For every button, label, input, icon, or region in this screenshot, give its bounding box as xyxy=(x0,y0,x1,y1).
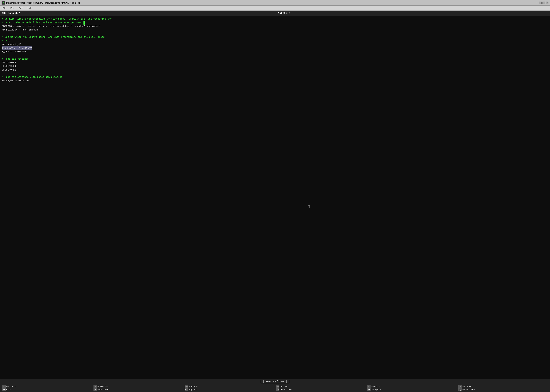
menu-file[interactable]: File xyxy=(2,7,7,10)
title-bar-left: ▣ makerspace@makerspace-linuxpr...~/Down… xyxy=(1,1,80,5)
nano-app-name: GNU nano 3.2 xyxy=(2,12,20,15)
code-line-blank1 xyxy=(2,32,548,35)
shortcut-key-c: ^C xyxy=(458,385,462,388)
shortcut-bar: ^G Get Help ^O Write Out ^W Where Is ^K … xyxy=(0,384,550,392)
code-line-10: # Fuse bit settings xyxy=(2,57,548,61)
code-line-11: EFUSE=0xFF xyxy=(2,61,548,64)
i-beam-cursor: I xyxy=(308,205,311,210)
code-line-7: MCU = attiny45 xyxy=(2,43,548,46)
shortcut-key-backslash: ^\ xyxy=(185,388,188,391)
shortcut-label-cur-pos: Cur Pos xyxy=(462,385,471,388)
shortcut-label-cut-text: Cut Text xyxy=(280,385,290,388)
maximize-button[interactable]: □ xyxy=(543,1,545,4)
minimize-button[interactable]: – xyxy=(539,1,542,4)
code-line-6: # here. xyxy=(2,39,548,43)
shortcut-label-go-to-line: Go To Line xyxy=(462,389,475,391)
code-line-8-highlighted: PROGRAMMER ?= usbtiny xyxy=(2,46,548,50)
shortcut-label-uncut-text: Uncut Text xyxy=(280,389,292,391)
shortcut-key-u: ^U xyxy=(276,388,279,391)
status-text: [ Read 75 lines ] xyxy=(261,380,289,383)
shortcut-row-1: ^G Get Help ^O Write Out ^W Where Is ^K … xyxy=(1,385,549,388)
nano-filename: Makefile xyxy=(278,12,290,15)
shortcut-label-read-file: Read File xyxy=(97,389,108,391)
menu-help[interactable]: Help xyxy=(27,7,33,10)
close-button[interactable]: ✕ xyxy=(546,1,549,4)
menu-edit[interactable]: Edit xyxy=(10,7,15,10)
shortcut-label-exit: Exit xyxy=(6,389,11,391)
shortcut-key-t: ^T xyxy=(367,388,371,391)
cursor xyxy=(84,21,85,24)
code-line-1: # .c file, list a corresponding .o file … xyxy=(2,17,548,21)
shortcut-where-is[interactable]: ^W Where Is xyxy=(184,385,275,388)
code-line-9: F_CPU = 16500000UL xyxy=(2,50,548,54)
code-line-blank2 xyxy=(2,54,548,57)
status-bar: [ Read 75 lines ] xyxy=(0,379,550,384)
shortcut-read-file[interactable]: ^R Read File xyxy=(93,388,184,391)
shortcut-key-j: ^J xyxy=(367,385,371,388)
editor-area[interactable]: # .c file, list a corresponding .o file … xyxy=(0,16,550,379)
shortcut-label-to-spell: To Spell xyxy=(371,389,381,391)
code-line-4: APPLICATION = fts_firmware xyxy=(2,28,548,32)
code-line-14: # Fuse bit settings with reset pin disab… xyxy=(2,75,548,79)
title-bar: ▣ makerspace@makerspace-linuxpr...~/Down… xyxy=(0,0,550,6)
shortcut-key-o: ^O xyxy=(93,385,97,388)
shortcut-key-k: ^K xyxy=(276,385,279,388)
shortcut-key-x: ^X xyxy=(2,388,6,391)
code-line-blank3 xyxy=(2,72,548,75)
menu-tabs[interactable]: Tabs xyxy=(18,7,24,10)
shortcut-label-replace: Replace xyxy=(189,389,197,391)
shortcut-label-justify: Justify xyxy=(371,385,380,388)
shortcut-cur-pos[interactable]: ^C Cur Pos xyxy=(457,385,549,388)
shortcut-go-to-line[interactable]: ^_ Go To Line xyxy=(457,388,549,391)
shortcut-key-g: ^G xyxy=(2,385,6,388)
title-text: makerspace@makerspace-linuxpr...~/Downlo… xyxy=(6,1,80,4)
shortcut-exit[interactable]: ^X Exit xyxy=(1,388,93,391)
code-line-12: HFUSE=0xDD xyxy=(2,64,548,68)
shortcut-label-get-help: Get Help xyxy=(6,385,16,388)
nano-header: GNU nano 3.2 Makefile xyxy=(0,11,550,16)
code-line-3: OBJECTS = main.o usbdrv/usbdrv.o usbdrv/… xyxy=(2,25,548,28)
shortcut-justify[interactable]: ^J Justify xyxy=(366,385,458,388)
shortcut-key-underscore: ^_ xyxy=(458,388,462,391)
window-controls: ✏ – □ ✕ xyxy=(536,1,549,4)
shortcut-uncut-text[interactable]: ^U Uncut Text xyxy=(275,388,366,391)
window-icon: ▣ xyxy=(1,1,5,5)
code-line-15: HFUSE_RSTDISBL=0x5D xyxy=(2,79,548,83)
shortcut-get-help[interactable]: ^G Get Help xyxy=(1,385,93,388)
shortcut-to-spell[interactable]: ^T To Spell xyxy=(366,388,458,391)
shortcut-write-out[interactable]: ^O Write Out xyxy=(93,385,184,388)
code-line-2: # name of the hex/elf files, and can be … xyxy=(2,21,548,24)
code-line-5: # Set up which MCU you're using, and wha… xyxy=(2,35,548,39)
shortcut-label-where-is: Where Is xyxy=(189,385,198,388)
shortcut-key-w: ^W xyxy=(185,385,188,388)
shortcut-replace[interactable]: ^\ Replace xyxy=(184,388,275,391)
shortcut-label-write-out: Write Out xyxy=(97,385,108,388)
shortcut-row-2: ^X Exit ^R Read File ^\ Replace ^U Uncut… xyxy=(1,388,549,391)
menu-bar: File Edit Tabs Help xyxy=(0,6,550,11)
shortcut-cut-text[interactable]: ^K Cut Text xyxy=(275,385,366,388)
shortcut-key-r: ^R xyxy=(93,388,97,391)
code-line-13: LFUSE=0xE1 xyxy=(2,68,548,72)
